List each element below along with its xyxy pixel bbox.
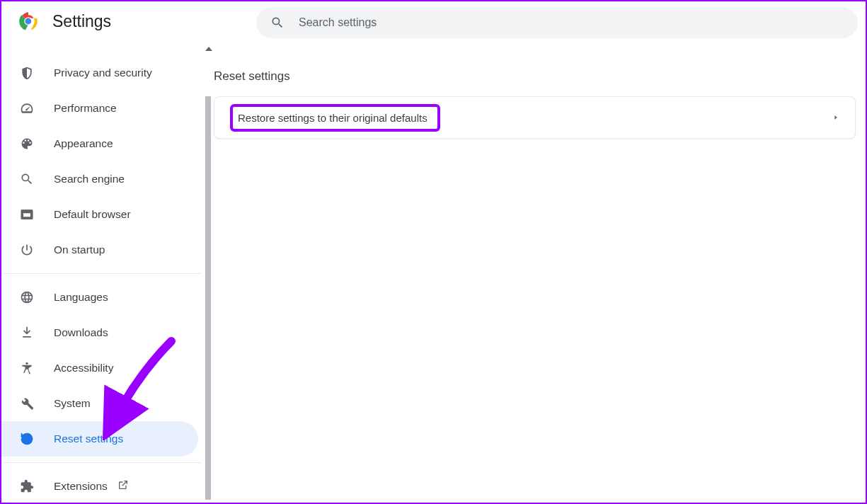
sidebar-item-label: Downloads	[54, 326, 108, 339]
sidebar-item-label: Accessibility	[54, 362, 113, 374]
sidebar-item-extensions[interactable]: Extensions	[1, 469, 198, 504]
page-title: Settings	[52, 12, 111, 31]
sidebar-item-label: System	[54, 397, 91, 410]
reset-card-label: Restore settings to their original defau…	[230, 104, 440, 132]
globe-icon	[20, 290, 34, 304]
search-icon	[20, 172, 34, 186]
sidebar-container: Privacy and security Performance Appeara…	[1, 41, 214, 504]
section-title: Reset settings	[214, 69, 856, 84]
sidebar-item-reset-settings[interactable]: Reset settings	[1, 421, 198, 457]
sidebar-item-label: Reset settings	[54, 433, 123, 445]
sidebar-item-label: Languages	[54, 291, 108, 304]
accessibility-icon	[20, 361, 34, 375]
external-link-icon	[117, 479, 129, 493]
scrollbar-thumb[interactable]	[205, 96, 211, 500]
svg-point-5	[25, 362, 28, 365]
speedometer-icon	[20, 101, 34, 115]
sidebar: Privacy and security Performance Appeara…	[1, 41, 201, 504]
sidebar-item-default-browser[interactable]: Default browser	[1, 197, 198, 232]
history-icon	[20, 432, 34, 446]
sidebar-separator	[1, 273, 201, 274]
search-icon	[270, 16, 285, 30]
palette-icon	[20, 137, 34, 151]
sidebar-item-search-engine[interactable]: Search engine	[1, 161, 198, 197]
download-icon	[20, 326, 34, 340]
sidebar-item-system[interactable]: System	[1, 386, 198, 421]
sidebar-item-label: On startup	[54, 244, 105, 256]
header: Settings	[1, 1, 866, 41]
main-content: Reset settings Restore settings to their…	[214, 41, 866, 504]
wrench-icon	[20, 396, 34, 411]
chrome-logo-icon	[18, 11, 38, 31]
sidebar-item-label: Search engine	[54, 173, 125, 185]
browser-icon	[20, 207, 34, 222]
reset-settings-row[interactable]: Restore settings to their original defau…	[214, 96, 856, 139]
sidebar-item-performance[interactable]: Performance	[1, 91, 198, 126]
sidebar-item-languages[interactable]: Languages	[1, 280, 198, 315]
shield-icon	[20, 66, 34, 80]
sidebar-item-label: Appearance	[54, 137, 113, 150]
chevron-right-icon	[832, 111, 839, 124]
sidebar-item-on-startup[interactable]: On startup	[1, 232, 198, 268]
svg-point-1	[26, 19, 31, 24]
sidebar-item-downloads[interactable]: Downloads	[1, 315, 198, 350]
search-bar[interactable]	[256, 7, 858, 38]
search-input[interactable]	[299, 16, 844, 29]
scroll-up-arrow-icon[interactable]	[205, 47, 212, 51]
sidebar-item-accessibility[interactable]: Accessibility	[1, 350, 198, 386]
sidebar-item-label: Default browser	[54, 208, 131, 221]
sidebar-item-label: Performance	[54, 102, 117, 115]
sidebar-item-label: Privacy and security	[54, 67, 152, 79]
scrollbar[interactable]	[204, 41, 214, 504]
power-icon	[20, 243, 34, 257]
puzzle-icon	[20, 479, 34, 493]
sidebar-item-appearance[interactable]: Appearance	[1, 126, 198, 161]
sidebar-item-privacy[interactable]: Privacy and security	[1, 55, 198, 91]
sidebar-item-label: Extensions	[54, 480, 108, 493]
sidebar-separator	[1, 462, 201, 463]
